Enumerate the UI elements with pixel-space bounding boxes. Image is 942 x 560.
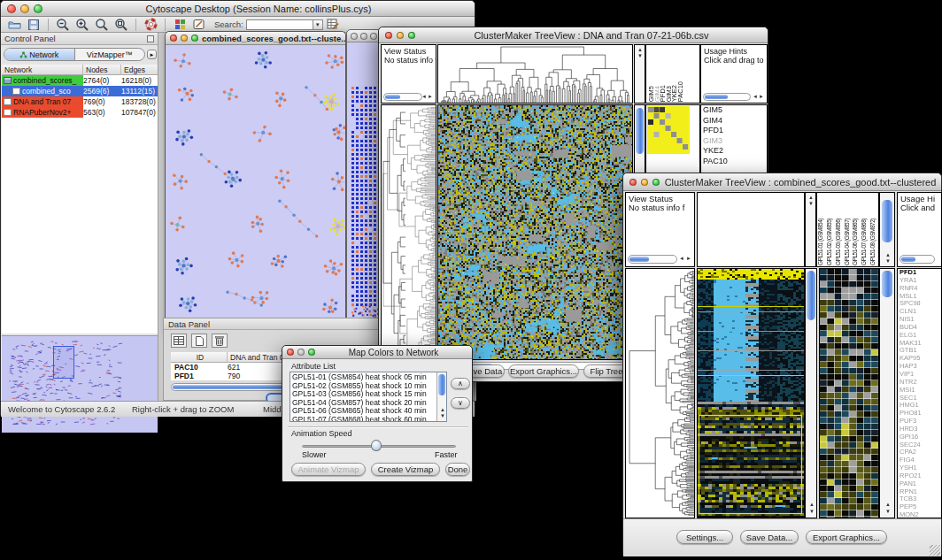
attribute-item[interactable]: GPL51-07 (GSM868) heat shock 60 min (290, 416, 446, 422)
tv2-settings-button[interactable]: Settings... (676, 530, 733, 544)
vscroll-thumb[interactable] (438, 374, 445, 395)
gene-label[interactable]: MON2 (898, 511, 941, 518)
attribute-listbox[interactable]: GPL51-01 (GSM854) heat shock 05 minGPL51… (290, 372, 447, 422)
close-button[interactable] (385, 32, 392, 39)
zoom-button[interactable] (408, 32, 415, 39)
close-button[interactable] (7, 4, 16, 13)
resize-grip[interactable] (930, 545, 940, 556)
close-button[interactable] (629, 179, 637, 186)
scroll-up-icon[interactable]: ▲ (808, 195, 814, 200)
float-panel-icon[interactable] (147, 35, 154, 42)
scroll-up-icon[interactable]: ▲ (637, 47, 643, 52)
main-titlebar[interactable]: Cytoscape Desktop (Session Name: collins… (1, 1, 475, 17)
close-button[interactable] (287, 349, 294, 356)
tv2-header-vscrollbar[interactable]: ▲ ▼ (879, 192, 895, 267)
tab-overflow-button[interactable]: ► (147, 50, 157, 59)
column-label[interactable]: GPL51-08 (GSM872) (870, 219, 879, 265)
tv1-row-dendrogram[interactable] (381, 104, 436, 360)
row-label[interactable]: GIM4 (701, 116, 767, 127)
tv2-column-tree-area[interactable] (697, 192, 805, 267)
trash-icon[interactable] (212, 334, 228, 348)
scroll-right-icon[interactable]: ► (759, 94, 764, 99)
vscroll-thumb[interactable] (807, 271, 815, 320)
tv2-header-scroll-strip[interactable]: ▲ ▼ (805, 192, 816, 267)
column-label[interactable]: PAC10 (677, 81, 683, 102)
tv2-export-graphics-button[interactable]: Export Graphics... (806, 530, 887, 544)
tv2-zoom-heatmap[interactable] (819, 268, 879, 518)
row-label[interactable]: GIM5 (701, 105, 767, 116)
scroll-left-icon[interactable]: ◄ (679, 256, 684, 261)
close-button[interactable] (351, 33, 358, 40)
scroll-up-icon[interactable]: ▲ (885, 252, 891, 257)
save-icon[interactable] (24, 18, 43, 32)
row-label[interactable]: PFD1 (701, 126, 767, 136)
treeview2-titlebar[interactable]: ClusterMaker TreeView : combined_scores_… (623, 173, 941, 191)
scroll-down-icon[interactable]: ▼ (885, 509, 891, 514)
minimize-button[interactable] (360, 33, 367, 40)
network-list-row[interactable]: DNA and Tran 07 769(0) 183728(0) (2, 96, 158, 107)
scroll-up-icon[interactable]: ▲ (809, 502, 815, 507)
zoom-button[interactable] (34, 4, 42, 13)
zoom-fit-icon[interactable] (92, 18, 112, 32)
zoom-button[interactable] (652, 179, 660, 186)
row-label[interactable]: YKE2 (701, 146, 767, 157)
tv1-status-hscrollbar[interactable] (383, 93, 422, 101)
network-view-titlebar[interactable]: combined_scores_good.txt--cluste... (166, 32, 345, 45)
tv1-header-scroll-strip[interactable]: ▲ ▼ (634, 44, 645, 104)
col-edges[interactable]: Edges (121, 65, 158, 75)
tv2-status-hscrollbar[interactable] (628, 255, 677, 264)
row-label[interactable]: PAC10 (701, 157, 767, 167)
tv2-usage-hscrollbar[interactable] (900, 255, 935, 264)
move-up-button[interactable]: ∧ (451, 378, 470, 389)
network-graph-canvas[interactable] (166, 45, 345, 331)
tv2-save-data-button[interactable]: Save Data... (740, 530, 799, 544)
tv1-usage-hscrollbar[interactable] (703, 93, 751, 101)
minimize-button[interactable] (181, 35, 188, 42)
scroll-right-icon[interactable]: ► (686, 256, 691, 261)
tv1-export-graphics-button[interactable]: Export Graphics... (508, 364, 579, 378)
network-overview[interactable] (2, 335, 158, 433)
scroll-up-icon[interactable]: ▲ (885, 502, 891, 507)
treeview1-titlebar[interactable]: ClusterMaker TreeView : DNA and Tran 07-… (379, 27, 768, 43)
col-nodes[interactable]: Nodes (83, 65, 121, 75)
scroll-down-icon[interactable]: ▼ (809, 509, 815, 514)
zoom-in-icon[interactable] (73, 18, 92, 32)
tv2-row-dendrogram[interactable] (625, 268, 695, 518)
tv2-heatmap[interactable] (697, 268, 805, 518)
minimize-button[interactable] (20, 4, 29, 13)
tv2-zoom-vscrollbar[interactable]: ▲ ▼ (879, 268, 895, 518)
network-list-row[interactable]: RNAPuberNov2+ 563(0) 107847(0) (2, 107, 158, 118)
zoom-button[interactable] (191, 35, 198, 42)
scroll-down-icon[interactable]: ▼ (637, 53, 643, 58)
done-button[interactable]: Done (445, 463, 470, 476)
vscroll-thumb[interactable] (882, 271, 892, 297)
minimize-button[interactable] (397, 32, 404, 39)
tv1-column-dendrogram[interactable] (437, 44, 633, 104)
tv1-heatmap[interactable] (437, 104, 633, 360)
scroll-left-icon[interactable]: ◄ (421, 94, 427, 99)
open-file-icon[interactable] (4, 18, 24, 32)
create-vizmap-button[interactable]: Create Vizmap (371, 463, 440, 476)
scroll-left-icon[interactable]: ◄ (753, 94, 758, 99)
scroll-down-icon[interactable]: ▼ (440, 413, 445, 418)
close-button[interactable] (170, 35, 177, 42)
dialog-titlebar[interactable]: Map Colors to Network (282, 346, 472, 359)
minimize-button[interactable] (297, 349, 305, 356)
col-network[interactable]: Network (2, 65, 83, 75)
scroll-right-icon[interactable]: ► (428, 94, 433, 99)
zoom-out-icon[interactable] (53, 18, 73, 32)
network-list-row[interactable]: combined_scores_ 2764(0) 16218(0) (2, 75, 158, 86)
tab-vizmapper[interactable]: VizMapper™ (75, 49, 145, 60)
tab-network[interactable]: Network (4, 49, 75, 60)
minimize-button[interactable] (641, 179, 648, 186)
zoom-button[interactable] (370, 33, 377, 40)
vscroll-thumb[interactable] (882, 200, 892, 242)
search-dropdown-arrow-icon[interactable]: ▼ (313, 19, 323, 30)
tv1-save-data-button[interactable]: Save Data... (467, 364, 505, 378)
vizmapper-icon[interactable] (170, 18, 189, 32)
scroll-up-icon[interactable]: ▲ (440, 407, 445, 412)
network-list-row[interactable]: combined_sco 2569(6) 13112(15) (2, 86, 158, 96)
tv2-vscrollbar[interactable]: ▲ ▼ (805, 268, 817, 518)
scroll-down-icon[interactable]: ▼ (808, 201, 814, 206)
data-col-id[interactable]: ID (171, 352, 228, 363)
